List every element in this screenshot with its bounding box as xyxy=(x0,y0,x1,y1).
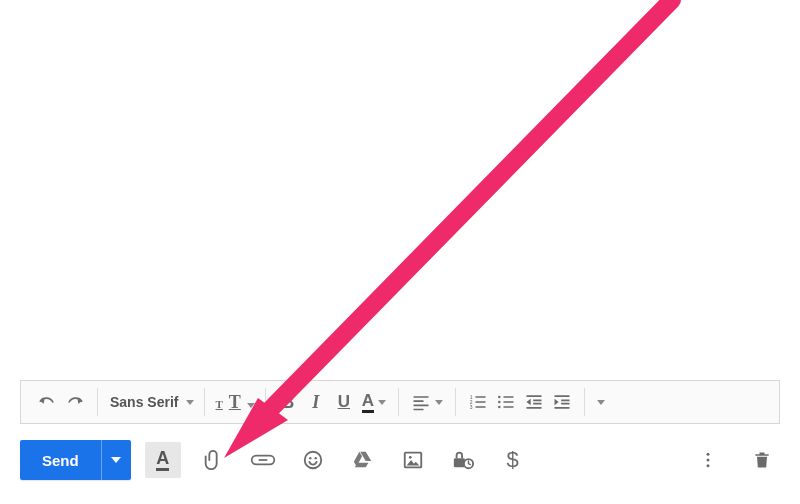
chevron-down-icon xyxy=(597,400,605,405)
chevron-down-icon xyxy=(378,400,386,405)
paperclip-icon xyxy=(202,449,224,471)
bulleted-list-button[interactable] xyxy=(492,387,520,417)
font-family-picker[interactable]: Sans Serif xyxy=(100,387,202,417)
text-color-label: A xyxy=(362,392,374,413)
insert-emoji-button[interactable] xyxy=(295,442,331,478)
compose-action-bar: Send A xyxy=(20,436,780,484)
emoji-icon xyxy=(302,449,324,471)
list-indent-group: 1 2 3 xyxy=(458,381,582,423)
svg-point-15 xyxy=(707,453,710,456)
svg-text:3: 3 xyxy=(470,404,473,410)
align-left-icon xyxy=(411,392,431,412)
underline-button[interactable]: U xyxy=(330,387,358,417)
bold-button[interactable]: B xyxy=(274,387,302,417)
undo-button[interactable] xyxy=(33,387,61,417)
underline-label: U xyxy=(338,392,350,412)
svg-point-4 xyxy=(498,401,501,404)
font-size-large-label: T xyxy=(229,392,241,413)
trash-icon xyxy=(752,449,772,471)
bold-label: B xyxy=(281,392,294,413)
insert-drive-button[interactable] xyxy=(345,442,381,478)
font-size-picker[interactable]: T T xyxy=(207,392,262,413)
separator xyxy=(204,388,205,416)
more-options-button[interactable] xyxy=(690,442,726,478)
indent-less-button[interactable] xyxy=(520,387,548,417)
separator xyxy=(455,388,456,416)
send-button[interactable]: Send xyxy=(20,440,101,480)
svg-point-10 xyxy=(314,457,316,459)
alignment-group xyxy=(401,381,453,423)
chevron-down-icon xyxy=(435,400,443,405)
insert-photo-button[interactable] xyxy=(395,442,431,478)
attach-file-button[interactable] xyxy=(195,442,231,478)
drive-icon xyxy=(352,449,374,471)
font-size-small-label: T xyxy=(215,398,222,410)
svg-point-17 xyxy=(707,464,710,467)
formatting-toggle-label: A xyxy=(156,449,169,471)
align-button[interactable] xyxy=(407,387,447,417)
indent-more-button[interactable] xyxy=(548,387,576,417)
lock-clock-icon xyxy=(451,449,475,471)
insert-link-button[interactable] xyxy=(245,442,281,478)
insert-money-button[interactable]: $ xyxy=(495,442,531,478)
separator xyxy=(265,388,266,416)
redo-button[interactable] xyxy=(61,387,89,417)
numbered-list-button[interactable]: 1 2 3 xyxy=(464,387,492,417)
action-bar-left: Send A xyxy=(20,440,531,480)
link-icon xyxy=(250,449,276,471)
chevron-down-icon xyxy=(186,400,194,405)
italic-label: I xyxy=(312,392,319,413)
text-style-group: B I U A xyxy=(268,381,396,423)
italic-button[interactable]: I xyxy=(302,387,330,417)
indent-more-icon xyxy=(552,392,572,412)
numbered-list-icon: 1 2 3 xyxy=(468,392,488,412)
formatting-toolbar: Sans Serif T T B I U A xyxy=(20,380,780,424)
bulleted-list-icon xyxy=(496,392,516,412)
chevron-down-icon xyxy=(111,457,121,463)
chevron-down-icon xyxy=(247,403,255,408)
action-bar-right xyxy=(690,442,780,478)
svg-point-9 xyxy=(309,457,311,459)
indent-less-icon xyxy=(524,392,544,412)
formatting-toggle-button[interactable]: A xyxy=(145,442,181,478)
svg-point-16 xyxy=(707,459,710,462)
send-button-group: Send xyxy=(20,440,131,480)
separator xyxy=(97,388,98,416)
separator xyxy=(398,388,399,416)
image-icon xyxy=(402,449,424,471)
svg-point-3 xyxy=(498,396,501,399)
send-options-button[interactable] xyxy=(101,440,131,480)
compose-body[interactable] xyxy=(20,0,780,364)
svg-point-8 xyxy=(304,452,321,469)
font-family-label: Sans Serif xyxy=(110,394,178,410)
svg-point-5 xyxy=(498,406,501,409)
more-vertical-icon xyxy=(698,450,718,470)
separator xyxy=(584,388,585,416)
confidential-mode-button[interactable] xyxy=(445,442,481,478)
redo-icon xyxy=(65,392,85,412)
svg-point-12 xyxy=(409,456,412,459)
text-color-button[interactable]: A xyxy=(358,387,390,417)
more-formatting-button[interactable] xyxy=(587,387,615,417)
undo-redo-group xyxy=(27,381,95,423)
money-label: $ xyxy=(507,447,519,473)
undo-icon xyxy=(37,392,57,412)
discard-draft-button[interactable] xyxy=(744,442,780,478)
send-label: Send xyxy=(42,452,79,469)
